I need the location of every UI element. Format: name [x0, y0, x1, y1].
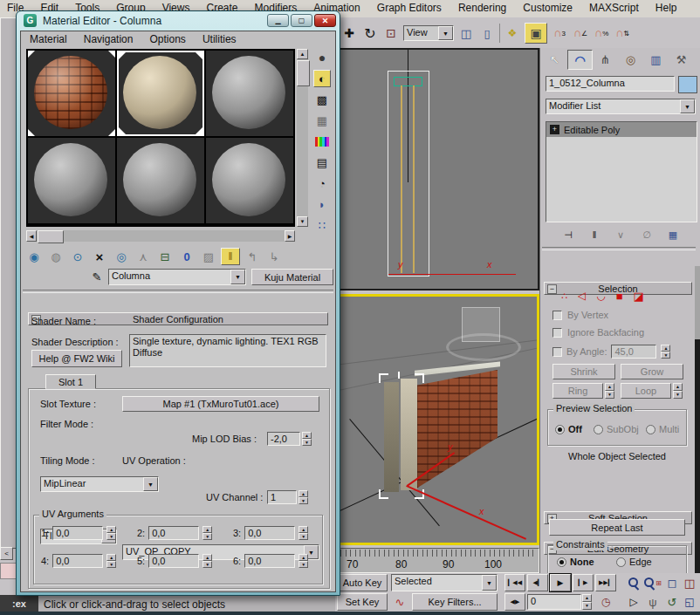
selection-set-dropdown[interactable]: Selected [391, 574, 498, 591]
collapse-icon[interactable] [547, 284, 557, 294]
by-angle-checkbox[interactable] [552, 347, 562, 357]
zoom-all-icon[interactable]: ⊞ [644, 574, 662, 591]
material-editor-options-icon[interactable]: ◔ [313, 174, 331, 192]
mini-listener-tab[interactable]: :ex [0, 595, 38, 612]
menu-rendering[interactable]: Rendering [451, 0, 513, 17]
material-slot[interactable] [28, 138, 115, 223]
angle-snap-icon[interactable]: ∩∠ [572, 24, 589, 42]
uv-arg-spinner[interactable] [106, 554, 116, 568]
vscroll-thumb[interactable] [297, 60, 310, 86]
go-to-start-button[interactable]: ▎◀◀ [504, 574, 525, 591]
snaps-3-icon[interactable]: ∩3 [551, 24, 568, 42]
stack-item-editable-poly[interactable]: + Editable Poly [546, 122, 697, 137]
mirror-icon[interactable]: ◫ [457, 24, 475, 42]
arc-rotate-icon[interactable]: ↺ [663, 593, 681, 611]
menu-utilities[interactable]: Utilities [196, 32, 244, 47]
by-angle-spinner[interactable] [661, 345, 670, 359]
modifier-list-dropdown[interactable]: Modifier List [546, 99, 696, 114]
object-name-field[interactable]: 1_0512_Columna [546, 76, 675, 92]
field-of-view-icon[interactable]: ▷ [625, 593, 642, 611]
uv-arg-spinner[interactable] [202, 554, 212, 568]
material-slot[interactable] [206, 51, 293, 136]
filter-mode-arrow[interactable] [143, 477, 158, 491]
put-to-library-icon[interactable]: ⊟ [155, 248, 175, 265]
viewport-perspective[interactable]: y x [332, 294, 539, 545]
mip-lod-bias-spinner[interactable] [302, 432, 312, 446]
mip-lod-bias-field[interactable]: -2,0 [267, 432, 300, 446]
select-and-scale-icon[interactable]: ⊡ [382, 24, 400, 42]
loop-button[interactable]: Loop [621, 383, 671, 399]
make-preview-icon[interactable]: ▤ [313, 154, 331, 171]
sample-uv-tiling-icon[interactable]: ▦ [313, 112, 331, 129]
select-and-move-icon[interactable]: ✚ [340, 24, 358, 42]
polygon-subobject-icon[interactable]: ■ [616, 290, 623, 303]
scroll-right-arrow[interactable]: ▶ [285, 230, 295, 242]
pan-hand-icon[interactable]: ψ [644, 593, 662, 611]
hscroll-thumb[interactable] [38, 230, 64, 243]
go-to-parent-icon[interactable]: ↰ [243, 248, 262, 265]
uv-channel-spinner[interactable] [299, 490, 308, 504]
make-material-copy-icon[interactable]: ◎ [112, 248, 131, 265]
next-frame-button[interactable]: ▎▶ [573, 574, 594, 591]
current-frame-field[interactable]: 0 [527, 594, 581, 610]
slot-1-tab[interactable]: Slot 1 [45, 374, 96, 389]
new-key-curve-icon[interactable]: ∿ [391, 593, 408, 611]
coordinate-dropdown-arrow[interactable] [438, 26, 453, 40]
layer-manager-icon[interactable]: ▯ [478, 24, 496, 42]
material-slot[interactable] [206, 138, 293, 223]
slots-vscrollbar[interactable]: ▲ ▼ [297, 49, 308, 227]
tab-modify[interactable]: ◠ [567, 50, 593, 70]
modifier-list-arrow[interactable] [680, 99, 695, 113]
slot-texture-button[interactable]: Map #1 (TxMuroTut01.ace) [122, 396, 319, 412]
preview-multi-radio[interactable] [646, 425, 655, 434]
uv-arg-spinner[interactable] [202, 526, 212, 540]
select-and-rotate-icon[interactable]: ↻ [361, 24, 379, 42]
maximize-viewport-toggle-icon[interactable]: ◱ [681, 593, 698, 611]
spinner-snap-icon[interactable]: ∩⇅ [614, 24, 631, 42]
tab-hierarchy[interactable]: ⋔ [593, 50, 618, 70]
show-end-result-icon[interactable]: ‖ [221, 248, 240, 265]
zoom-extents-icon[interactable]: ◻ [663, 574, 681, 591]
uv-arg-spinner[interactable] [299, 554, 308, 568]
zoom-extents-all-icon[interactable]: ◫ [681, 574, 698, 591]
border-subobject-icon[interactable]: ◡ [596, 290, 605, 302]
menu-navigation[interactable]: Navigation [77, 32, 141, 47]
material-name-dropdown[interactable]: Columna [108, 269, 246, 285]
tab-motion[interactable]: ◎ [618, 50, 643, 70]
repeat-last-button[interactable]: Repeat Last [549, 519, 685, 536]
preview-off-radio[interactable] [555, 425, 565, 434]
menu-graph-editors[interactable]: Graph Editors [370, 0, 449, 17]
video-color-check-icon[interactable] [313, 133, 331, 150]
make-unique-material-icon[interactable]: ⋏ [134, 248, 153, 265]
uv-arg-field[interactable]: 0,0 [52, 526, 103, 540]
tab-display[interactable]: ▥ [643, 50, 669, 70]
close-button[interactable]: ✕ [314, 14, 336, 27]
scroll-down-arrow[interactable]: ▼ [297, 216, 308, 227]
play-button[interactable]: ▶ [550, 574, 571, 591]
menu-options[interactable]: Options [143, 32, 193, 47]
configure-modifier-sets-icon[interactable]: ▦ [665, 229, 681, 241]
pick-material-eyedropper-icon[interactable]: ✎ [89, 269, 105, 284]
help-fw2-wiki-button[interactable]: Help @ FW2 Wiki [31, 350, 122, 367]
zoom-icon[interactable] [625, 574, 642, 591]
material-slot[interactable] [117, 138, 204, 223]
previous-frame-button[interactable]: ◀▎ [527, 574, 548, 591]
get-material-icon[interactable]: ◉ [24, 248, 44, 265]
tab-create[interactable]: ↖ [542, 50, 567, 70]
tab-utilities[interactable]: ⚒ [669, 50, 694, 70]
panel-scrollbar[interactable] [695, 266, 700, 573]
reset-map-icon[interactable]: × [90, 248, 109, 265]
ring-button[interactable]: Ring [552, 383, 603, 399]
material-slot-brick[interactable] [28, 51, 115, 136]
uv-arg-spinner[interactable] [299, 526, 308, 540]
show-map-in-viewport-icon[interactable]: ▨ [199, 248, 218, 265]
selection-set-arrow[interactable] [482, 575, 497, 591]
material-type-button[interactable]: Kuju Material [251, 269, 333, 285]
filter-mode-dropdown[interactable]: MipLinear [40, 476, 159, 492]
snaps-toggle-icon[interactable]: ▣ [525, 23, 547, 44]
menu-maxscript[interactable]: MAXScript [582, 0, 646, 17]
go-to-end-button[interactable]: ▶▶▎ [595, 574, 616, 591]
grow-button[interactable]: Grow [621, 364, 683, 379]
edge-subobject-icon[interactable]: ◁ [578, 290, 586, 302]
timeline-ruler[interactable]: 70 80 90 100 [333, 548, 539, 573]
